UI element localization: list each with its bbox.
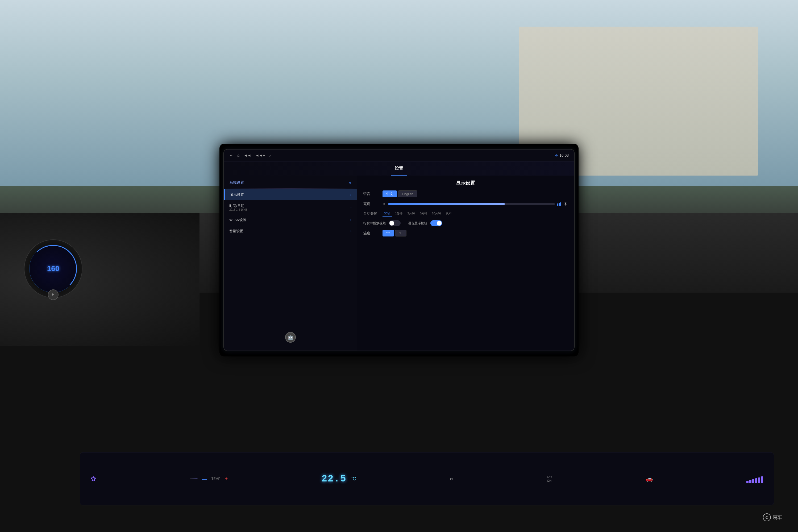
temp-minus-button[interactable]: — — [202, 476, 207, 482]
bar-5 — [758, 477, 760, 483]
menu-item-datetime[interactable]: 时间/日期 2018-1-4 16:08 › — [224, 200, 357, 214]
left-menu-panel: 系统设置 ∨ 显示设置 › 时间/日期 2018-1-4 16:08 › — [224, 175, 357, 350]
mascot-character: 🤖 — [284, 332, 297, 345]
climate-control-bar: ✿ — TEMP + 22.5 °C ⊘ A/C ON 🚗 — [80, 452, 774, 506]
home-icon[interactable]: ⌂ — [237, 153, 240, 157]
lang-english-button[interactable]: English — [398, 190, 417, 197]
temperature-buttons: °C °F — [382, 230, 406, 236]
speaker-icon[interactable]: ♪ — [269, 153, 271, 157]
video-toggle[interactable] — [389, 220, 401, 226]
fan-icon[interactable]: ✿ — [91, 475, 96, 482]
auto-off-1m[interactable]: 1分钟 — [394, 211, 404, 216]
auto-off-30s[interactable]: 30秒 — [382, 211, 392, 216]
datetime-arrow-icon: › — [350, 206, 352, 209]
fan-section: ✿ — [91, 475, 96, 482]
watermark: ⊙ 易车 — [763, 513, 782, 521]
volume-arrow-icon: › — [350, 229, 352, 233]
gauge-inner: 160 — [29, 245, 77, 292]
bar-6 — [761, 476, 763, 483]
menu-header[interactable]: 系统设置 ∨ — [224, 178, 357, 188]
menu-item-wlan[interactable]: WLAN设置 › — [224, 214, 357, 226]
auto-off-options: 30秒 1分钟 2分钟 5分钟 10分钟 从不 — [382, 211, 453, 216]
vol-up-icon[interactable]: ◄◄+ — [255, 153, 265, 157]
bar-3 — [752, 479, 754, 483]
brightness-high-icon: ☀ — [564, 201, 568, 207]
bar-1 — [746, 481, 748, 483]
temperature-row: 温度 °C °F — [363, 230, 568, 236]
display-settings-arrow-icon: › — [350, 193, 352, 196]
mascot-body: 🤖 — [285, 332, 296, 343]
speedometer: 160 H — [24, 240, 82, 298]
settings-panel-title: 显示设置 — [363, 180, 568, 186]
ac-section: A/C ON — [547, 475, 552, 482]
gauge-cluster: 160 H — [24, 240, 168, 425]
temp-unit-display: °C — [351, 476, 356, 482]
datetime-subtitle: 2018-1-4 16:08 — [229, 208, 247, 211]
ac-status-display: A/C ON — [547, 475, 552, 482]
ac-label[interactable]: A/C — [547, 475, 552, 479]
bar-2 — [749, 480, 752, 483]
temp-bar-indicator — [190, 478, 198, 479]
wind-icon: ⊘ — [450, 477, 453, 481]
video-voice-row: 行驶中播放视频 语音悬浮按钮 — [363, 220, 568, 226]
back-icon[interactable]: ← — [229, 153, 233, 157]
menu-item-display[interactable]: 显示设置 › — [224, 189, 357, 200]
brightness-fill — [388, 203, 505, 205]
auto-off-2m[interactable]: 2分钟 — [406, 211, 416, 216]
vol-down-icon[interactable]: ◄◄ — [244, 153, 251, 157]
bar-graph-section — [746, 475, 763, 483]
right-settings-panel: 显示设置 语言 中文 English 亮度 ☀ — [357, 175, 574, 350]
screen-content: 系统设置 ∨ 显示设置 › 时间/日期 2018-1-4 16:08 › — [224, 175, 574, 350]
brightness-label: 亮度 — [363, 202, 379, 206]
wind-section: ⊘ — [450, 477, 453, 481]
temp-celsius-button[interactable]: °C — [382, 230, 394, 236]
lang-chinese-button[interactable]: 中文 — [382, 190, 397, 197]
temperature-display: 22.5 — [321, 474, 346, 484]
car-icon: 🚗 — [646, 475, 653, 482]
temp-fahrenheit-button[interactable]: °F — [395, 230, 406, 236]
language-buttons: 中文 English — [382, 190, 417, 197]
car-icon-section: 🚗 — [646, 475, 653, 482]
voice-toggle[interactable] — [431, 220, 442, 226]
brightness-bars — [557, 203, 561, 206]
screen-display: ← ⌂ ◄◄ ◄◄+ ♪ ⊙ 16:08 设置 系统设置 — [224, 149, 574, 351]
temperature-label: 温度 — [363, 231, 379, 236]
wlan-label: WLAN设置 — [229, 217, 246, 222]
screen-title: 设置 — [395, 166, 403, 171]
ac-on-status: ON — [547, 479, 552, 482]
infotainment-screen[interactable]: ← ⌂ ◄◄ ◄◄+ ♪ ⊙ 16:08 设置 系统设置 — [224, 149, 574, 351]
voice-toggle-knob — [437, 221, 441, 226]
fan-level-bars[interactable] — [746, 475, 763, 483]
language-row: 语言 中文 English — [363, 190, 568, 197]
wlan-arrow-icon: › — [350, 218, 352, 222]
temp-plus-button[interactable]: + — [225, 476, 228, 482]
language-label: 语言 — [363, 191, 379, 196]
auto-off-label: 自动关屏 — [363, 211, 379, 216]
temp-label: TEMP — [211, 477, 220, 481]
auto-off-row: 自动关屏 30秒 1分钟 2分钟 5分钟 10分钟 从不 — [363, 211, 568, 216]
screen-title-bar: 设置 — [224, 162, 574, 175]
temp-adjust-section: — TEMP + — [190, 476, 228, 482]
auto-off-10m[interactable]: 10分钟 — [431, 211, 443, 216]
watermark-text: 易车 — [773, 514, 782, 520]
temp-display-section: 22.5 °C — [321, 474, 356, 484]
nav-icons-group: ← ⌂ ◄◄ ◄◄+ ♪ — [229, 153, 271, 157]
menu-item-volume[interactable]: 音量设置 › — [224, 226, 357, 237]
time-area: ⊙ 16:08 — [555, 153, 569, 157]
gauge-arc — [30, 245, 77, 292]
menu-header-expand-icon: ∨ — [349, 180, 352, 185]
menu-header-label: 系统设置 — [229, 180, 244, 185]
video-toggle-knob — [390, 221, 394, 226]
video-label: 行驶中播放视频 — [363, 221, 386, 226]
watermark-circle-icon: ⊙ — [765, 515, 768, 519]
status-bar: ← ⌂ ◄◄ ◄◄+ ♪ ⊙ 16:08 — [224, 150, 574, 162]
auto-off-never[interactable]: 从不 — [444, 211, 453, 216]
brightness-slider[interactable] — [388, 203, 555, 205]
brightness-row: 亮度 ☀ ☀ — [363, 201, 568, 207]
auto-off-5m[interactable]: 5分钟 — [418, 211, 429, 216]
location-icon: ⊙ — [555, 153, 558, 157]
volume-label: 音量设置 — [229, 229, 243, 233]
bar-4 — [755, 478, 757, 483]
voice-label: 语音悬浮按钮 — [408, 221, 427, 226]
watermark-circle: ⊙ — [763, 513, 771, 521]
